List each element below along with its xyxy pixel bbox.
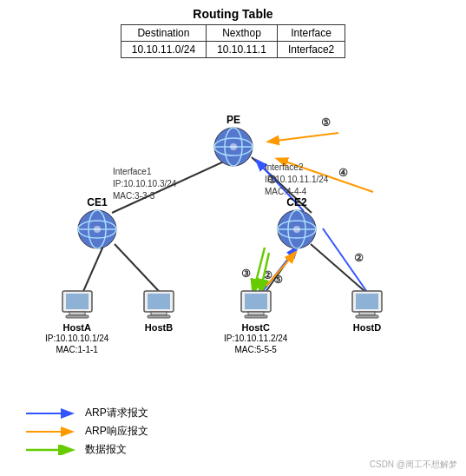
cell-nexthop: 10.10.11.1 bbox=[207, 42, 278, 58]
ce1-label: CE1 bbox=[87, 196, 107, 208]
hostc-label: HostC bbox=[242, 322, 270, 333]
svg-rect-43 bbox=[148, 294, 170, 309]
watermark: CSDN @周工不想解梦 bbox=[370, 459, 457, 471]
routing-table-section: Routing Table Destination Nexthop Interf… bbox=[0, 0, 466, 58]
hostc-node: HostC IP:10.10.11.2/24MAC:5-5-5 bbox=[224, 289, 287, 355]
legend-label-data: 数据报文 bbox=[85, 442, 127, 457]
legend: ARP请求报文 ARP响应报文 数据报文 bbox=[0, 400, 466, 462]
network-diagram: ① ② ② ③ ④ ⑤ ⑤ PE bbox=[0, 62, 466, 400]
hosta-node: HostA IP:10.10.10.1/24MAC:1-1-1 bbox=[45, 289, 108, 355]
svg-rect-51 bbox=[356, 294, 378, 309]
pe-node: PE bbox=[213, 114, 254, 168]
svg-text:⑤: ⑤ bbox=[273, 274, 283, 286]
svg-text:②: ② bbox=[354, 252, 364, 264]
svg-rect-41 bbox=[151, 312, 167, 315]
hostd-node: HostD bbox=[349, 289, 385, 333]
cell-interface: Interface2 bbox=[277, 42, 345, 58]
hostb-node: HostB bbox=[141, 289, 177, 333]
arp-response-arrow bbox=[26, 426, 78, 437]
ce1-router-icon bbox=[76, 208, 118, 250]
legend-item-data: 数据报文 bbox=[26, 442, 440, 457]
svg-text:③: ③ bbox=[241, 268, 251, 280]
data-arrow bbox=[26, 445, 78, 455]
ce2-router-icon bbox=[276, 208, 318, 250]
ce2-label: CE2 bbox=[286, 196, 306, 208]
hostc-icon bbox=[238, 289, 274, 322]
iface2-label: Interface2IP:10.10.11.1/24MAC:4-4-4 bbox=[265, 162, 328, 198]
ce1-node: CE1 bbox=[76, 196, 118, 250]
cell-destination: 10.10.11.0/24 bbox=[121, 42, 206, 58]
pe-label: PE bbox=[226, 114, 240, 126]
svg-rect-46 bbox=[245, 315, 267, 318]
hostd-label: HostD bbox=[353, 322, 381, 333]
col-nexthop: Nexthop bbox=[207, 25, 278, 42]
hosta-label: HostA bbox=[63, 322, 91, 333]
iface1-label: Interface1IP:10.10.10.3/24MAC:3-3-3 bbox=[113, 166, 176, 202]
svg-rect-38 bbox=[66, 315, 89, 318]
hostd-icon bbox=[349, 289, 385, 322]
svg-point-25 bbox=[230, 143, 237, 150]
svg-line-12 bbox=[253, 248, 265, 292]
svg-rect-39 bbox=[66, 294, 89, 309]
hosta-ip: IP:10.10.10.1/24MAC:1-1-1 bbox=[45, 333, 108, 355]
legend-item-arp-response: ARP响应报文 bbox=[26, 424, 440, 439]
svg-rect-49 bbox=[359, 312, 375, 315]
svg-rect-50 bbox=[356, 315, 378, 318]
svg-rect-45 bbox=[248, 312, 264, 315]
col-interface: Interface bbox=[277, 25, 345, 42]
svg-line-18 bbox=[260, 253, 269, 292]
table-row: 10.10.11.0/24 10.10.11.1 Interface2 bbox=[121, 42, 345, 58]
arp-request-arrow bbox=[26, 408, 78, 419]
svg-text:⑤: ⑤ bbox=[321, 116, 331, 129]
hostb-icon bbox=[141, 289, 177, 322]
hostc-ip: IP:10.10.11.2/24MAC:5-5-5 bbox=[224, 333, 287, 355]
svg-text:④: ④ bbox=[338, 167, 348, 179]
svg-point-35 bbox=[293, 226, 300, 233]
legend-item-arp-request: ARP请求报文 bbox=[26, 406, 440, 420]
routing-table-title: Routing Table bbox=[0, 7, 466, 21]
hostb-label: HostB bbox=[145, 322, 173, 333]
legend-label-arp-request: ARP请求报文 bbox=[85, 406, 148, 420]
hosta-icon bbox=[59, 289, 95, 322]
svg-rect-47 bbox=[245, 294, 267, 309]
pe-router-icon bbox=[213, 126, 254, 168]
routing-table: Destination Nexthop Interface 10.10.11.0… bbox=[121, 24, 346, 58]
ce2-node: CE2 bbox=[276, 196, 318, 250]
svg-point-30 bbox=[94, 226, 101, 233]
legend-label-arp-response: ARP响应报文 bbox=[85, 424, 148, 439]
svg-rect-42 bbox=[148, 315, 170, 318]
svg-line-16 bbox=[269, 133, 338, 142]
col-destination: Destination bbox=[121, 25, 206, 42]
svg-line-20 bbox=[266, 253, 295, 286]
svg-text:②: ② bbox=[263, 269, 272, 281]
svg-rect-37 bbox=[69, 312, 85, 315]
